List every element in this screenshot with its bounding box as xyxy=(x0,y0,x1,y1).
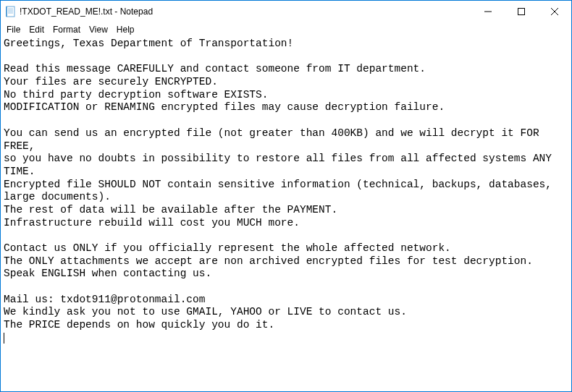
close-icon xyxy=(551,8,558,15)
titlebar-left: !TXDOT_READ_ME!.txt - Notepad xyxy=(1,6,153,17)
menubar: File Edit Format View Help xyxy=(1,22,571,36)
window-controls xyxy=(471,1,571,22)
menu-view[interactable]: View xyxy=(85,24,112,35)
menu-format[interactable]: Format xyxy=(49,24,85,35)
svg-rect-7 xyxy=(518,9,525,15)
menu-help[interactable]: Help xyxy=(112,24,139,35)
document-content: Greetings, Texas Department of Transport… xyxy=(4,38,558,331)
notepad-icon xyxy=(5,6,17,17)
maximize-icon xyxy=(518,8,525,15)
maximize-button[interactable] xyxy=(505,1,538,22)
titlebar[interactable]: !TXDOT_READ_ME!.txt - Notepad xyxy=(1,1,571,22)
close-button[interactable] xyxy=(538,1,571,22)
notepad-window: !TXDOT_READ_ME!.txt - Notepad File Edit … xyxy=(0,0,572,392)
menu-file[interactable]: File xyxy=(2,24,25,35)
svg-rect-5 xyxy=(6,7,7,17)
window-title: !TXDOT_READ_ME!.txt - Notepad xyxy=(20,7,153,17)
minimize-button[interactable] xyxy=(471,1,505,22)
text-editor[interactable]: Greetings, Texas Department of Transport… xyxy=(1,36,571,391)
text-caret xyxy=(4,333,4,344)
menu-edit[interactable]: Edit xyxy=(25,24,49,35)
minimize-icon xyxy=(484,8,492,15)
